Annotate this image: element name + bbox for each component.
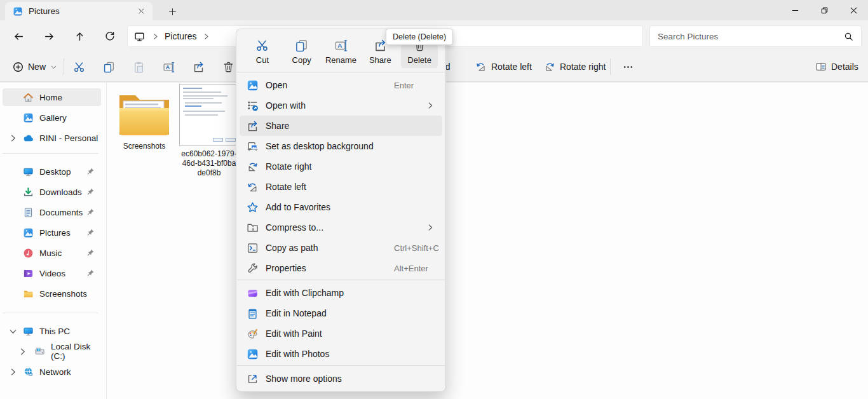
rotate-right-button[interactable]: Rotate right	[539, 57, 611, 77]
menu-item-set-as-desktop-background[interactable]: Set as desktop background	[240, 136, 442, 156]
copy-button[interactable]	[96, 57, 121, 77]
new-button-label: New	[28, 62, 46, 72]
sidebar-separator	[3, 153, 98, 154]
context-menu: Cut Copy Rename Share Delete Open	[236, 29, 446, 392]
context-copy-button[interactable]: Copy	[283, 35, 320, 68]
pictures-tab-icon	[13, 6, 23, 17]
close-icon	[137, 7, 146, 15]
menu-item-share[interactable]: Share	[240, 116, 442, 136]
cut-button[interactable]	[66, 57, 92, 77]
chevron-right-icon[interactable]	[8, 367, 18, 377]
share-button[interactable]	[186, 57, 211, 77]
menu-item-edit-with-photos[interactable]: Edit with Photos	[240, 344, 442, 364]
close-icon	[849, 6, 858, 15]
clipchamp-icon	[247, 287, 259, 299]
sidebar-label: Local Disk (C:)	[51, 342, 101, 361]
menu-item-show-more-options[interactable]: Show more options	[240, 369, 442, 389]
paste-button-disabled[interactable]	[126, 57, 151, 77]
menu-item-edit-with-clipchamp[interactable]: Edit with Clipchamp	[240, 283, 442, 303]
chevron-right-icon[interactable]	[151, 32, 159, 41]
copy-path-icon	[247, 242, 259, 254]
sidebar-item-music[interactable]: Music	[3, 244, 101, 262]
refresh-button[interactable]	[99, 25, 121, 47]
menu-item-edit-in-notepad[interactable]: Edit in Notepad	[240, 303, 442, 323]
chevron-right-icon[interactable]	[18, 347, 27, 356]
chevron-down-icon[interactable]	[8, 327, 18, 336]
tab-close-button[interactable]	[133, 4, 149, 19]
thumbnail-cancel-button	[226, 138, 236, 142]
menu-item-open-with[interactable]: Open with	[240, 95, 442, 116]
pin-icon	[86, 248, 95, 257]
onedrive-icon	[23, 133, 34, 144]
context-rename-button[interactable]: Rename	[323, 35, 360, 68]
menu-separator	[237, 280, 445, 280]
search-box[interactable]	[649, 25, 862, 47]
forward-button[interactable]	[38, 25, 60, 47]
submenu-chevron-icon	[426, 101, 435, 110]
toolbar-divider	[610, 58, 611, 75]
rotate-left-icon	[475, 61, 487, 72]
menu-item-add-to-favorites[interactable]: Add to Favorites	[240, 197, 442, 217]
file-tile-image[interactable]: ec60b062-1979- 46d-b431-bf0ba de0f8b	[173, 84, 245, 178]
sidebar-item-local-disk-c[interactable]: Local Disk (C:)	[3, 342, 101, 360]
menu-item-compress-to[interactable]: Compress to...	[240, 217, 442, 238]
shortcut-label: Enter	[394, 81, 414, 90]
new-tab-button[interactable]	[164, 3, 180, 20]
share-icon	[247, 120, 259, 132]
rotate-right-icon	[544, 61, 555, 72]
menu-item-properties[interactable]: Properties Alt+Enter	[240, 258, 442, 278]
sidebar-item-videos[interactable]: Videos	[3, 264, 101, 282]
search-input[interactable]	[658, 32, 844, 41]
sidebar-item-home[interactable]: Home	[3, 88, 101, 106]
maximize-restore-button[interactable]	[810, 0, 839, 20]
file-name-line: ec60b062-1979-	[173, 149, 245, 159]
rotate-left-button[interactable]: Rotate left	[470, 57, 537, 77]
details-pane-button[interactable]: Details	[810, 57, 864, 77]
minimize-button[interactable]	[780, 0, 810, 20]
breadcrumb-pictures[interactable]: Pictures	[165, 31, 197, 41]
sidebar-item-screenshots[interactable]: Screenshots	[3, 285, 101, 302]
chevron-down-icon	[50, 64, 57, 71]
explorer-tab-pictures[interactable]: Pictures	[5, 2, 153, 20]
music-icon	[23, 248, 34, 259]
sidebar-item-pictures[interactable]: Pictures	[3, 224, 101, 241]
close-window-button[interactable]	[839, 0, 868, 20]
see-more-button[interactable]	[615, 57, 641, 77]
pin-icon	[86, 208, 95, 217]
tab-title: Pictures	[29, 6, 133, 16]
file-list-area[interactable]: Screenshots ec60b062-1979- 4	[107, 83, 868, 399]
search-icon[interactable]	[844, 32, 853, 41]
sidebar-item-desktop[interactable]: Desktop	[3, 163, 101, 180]
menu-item-open[interactable]: Open Enter	[240, 75, 442, 95]
sidebar-item-onedrive[interactable]: RINI - Personal	[3, 129, 101, 147]
sidebar-item-network[interactable]: Network	[3, 363, 101, 381]
sidebar-item-downloads[interactable]: Downloads	[3, 183, 101, 201]
pin-icon	[86, 167, 95, 176]
context-cut-button[interactable]: Cut	[244, 35, 281, 68]
arrow-right-icon	[44, 31, 55, 42]
this-pc-breadcrumb-icon	[134, 31, 145, 42]
menu-item-copy-as-path[interactable]: Copy as path Ctrl+Shift+C	[240, 238, 442, 258]
menu-item-rotate-right[interactable]: Rotate right	[240, 156, 442, 177]
sidebar-item-this-pc[interactable]: This PC	[3, 322, 101, 340]
back-button[interactable]	[8, 25, 29, 47]
plus-icon	[168, 7, 177, 17]
sidebar-label: Screenshots	[39, 289, 87, 299]
arrow-up-icon	[74, 31, 85, 42]
sidebar-item-gallery[interactable]: Gallery	[3, 109, 101, 126]
menu-item-edit-with-paint[interactable]: Edit with Paint	[240, 323, 442, 344]
up-button[interactable]	[69, 25, 90, 47]
sidebar-item-documents[interactable]: Documents	[3, 203, 101, 221]
menu-item-rotate-left[interactable]: Rotate left	[240, 177, 442, 197]
chevron-right-icon[interactable]	[8, 133, 18, 143]
sidebar-label: Home	[39, 93, 62, 102]
rename-button[interactable]	[156, 57, 181, 77]
sidebar-label: Network	[39, 367, 71, 377]
home-icon	[23, 92, 34, 103]
chevron-right-icon[interactable]	[202, 32, 210, 41]
copy-icon	[295, 39, 308, 52]
wrench-icon	[247, 262, 259, 274]
new-button[interactable]: New	[8, 57, 62, 77]
file-name-line: 46d-b431-bf0ba	[173, 159, 245, 168]
folder-tile-screenshots[interactable]: Screenshots	[109, 90, 180, 151]
